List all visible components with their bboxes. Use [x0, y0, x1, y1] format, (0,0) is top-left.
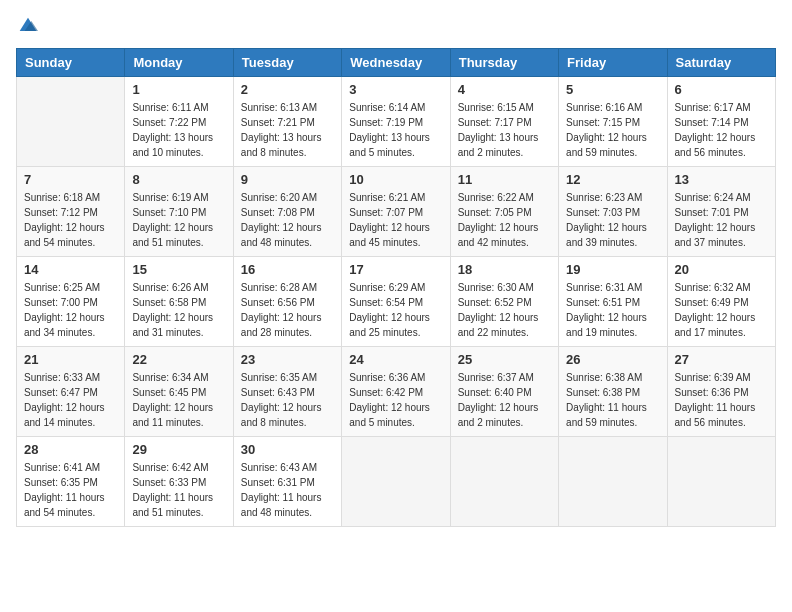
calendar-cell: 22Sunrise: 6:34 AMSunset: 6:45 PMDayligh…	[125, 347, 233, 437]
calendar-cell	[559, 437, 667, 527]
day-number: 16	[241, 262, 334, 277]
logo	[16, 16, 40, 36]
day-info: Sunrise: 6:15 AMSunset: 7:17 PMDaylight:…	[458, 100, 551, 160]
day-number: 22	[132, 352, 225, 367]
day-info: Sunrise: 6:30 AMSunset: 6:52 PMDaylight:…	[458, 280, 551, 340]
day-info: Sunrise: 6:29 AMSunset: 6:54 PMDaylight:…	[349, 280, 442, 340]
calendar-cell: 26Sunrise: 6:38 AMSunset: 6:38 PMDayligh…	[559, 347, 667, 437]
day-info: Sunrise: 6:21 AMSunset: 7:07 PMDaylight:…	[349, 190, 442, 250]
calendar-header-saturday: Saturday	[667, 49, 775, 77]
day-info: Sunrise: 6:34 AMSunset: 6:45 PMDaylight:…	[132, 370, 225, 430]
day-number: 12	[566, 172, 659, 187]
day-number: 20	[675, 262, 768, 277]
day-info: Sunrise: 6:39 AMSunset: 6:36 PMDaylight:…	[675, 370, 768, 430]
day-info: Sunrise: 6:32 AMSunset: 6:49 PMDaylight:…	[675, 280, 768, 340]
day-number: 3	[349, 82, 442, 97]
calendar-week-row: 21Sunrise: 6:33 AMSunset: 6:47 PMDayligh…	[17, 347, 776, 437]
day-number: 30	[241, 442, 334, 457]
calendar-week-row: 14Sunrise: 6:25 AMSunset: 7:00 PMDayligh…	[17, 257, 776, 347]
calendar-header-friday: Friday	[559, 49, 667, 77]
calendar-cell: 18Sunrise: 6:30 AMSunset: 6:52 PMDayligh…	[450, 257, 558, 347]
day-number: 13	[675, 172, 768, 187]
calendar-cell: 8Sunrise: 6:19 AMSunset: 7:10 PMDaylight…	[125, 167, 233, 257]
calendar-header-monday: Monday	[125, 49, 233, 77]
calendar-header-sunday: Sunday	[17, 49, 125, 77]
day-number: 15	[132, 262, 225, 277]
calendar-cell: 11Sunrise: 6:22 AMSunset: 7:05 PMDayligh…	[450, 167, 558, 257]
day-number: 5	[566, 82, 659, 97]
day-number: 18	[458, 262, 551, 277]
calendar-week-row: 7Sunrise: 6:18 AMSunset: 7:12 PMDaylight…	[17, 167, 776, 257]
calendar-cell: 4Sunrise: 6:15 AMSunset: 7:17 PMDaylight…	[450, 77, 558, 167]
day-info: Sunrise: 6:26 AMSunset: 6:58 PMDaylight:…	[132, 280, 225, 340]
day-number: 10	[349, 172, 442, 187]
day-info: Sunrise: 6:42 AMSunset: 6:33 PMDaylight:…	[132, 460, 225, 520]
calendar-cell: 20Sunrise: 6:32 AMSunset: 6:49 PMDayligh…	[667, 257, 775, 347]
day-number: 2	[241, 82, 334, 97]
day-number: 21	[24, 352, 117, 367]
day-info: Sunrise: 6:36 AMSunset: 6:42 PMDaylight:…	[349, 370, 442, 430]
day-number: 4	[458, 82, 551, 97]
day-info: Sunrise: 6:16 AMSunset: 7:15 PMDaylight:…	[566, 100, 659, 160]
calendar-cell: 28Sunrise: 6:41 AMSunset: 6:35 PMDayligh…	[17, 437, 125, 527]
day-info: Sunrise: 6:14 AMSunset: 7:19 PMDaylight:…	[349, 100, 442, 160]
day-number: 17	[349, 262, 442, 277]
day-info: Sunrise: 6:13 AMSunset: 7:21 PMDaylight:…	[241, 100, 334, 160]
calendar-cell: 23Sunrise: 6:35 AMSunset: 6:43 PMDayligh…	[233, 347, 341, 437]
day-number: 7	[24, 172, 117, 187]
calendar-cell: 10Sunrise: 6:21 AMSunset: 7:07 PMDayligh…	[342, 167, 450, 257]
calendar-cell: 25Sunrise: 6:37 AMSunset: 6:40 PMDayligh…	[450, 347, 558, 437]
calendar-cell: 27Sunrise: 6:39 AMSunset: 6:36 PMDayligh…	[667, 347, 775, 437]
calendar-cell: 15Sunrise: 6:26 AMSunset: 6:58 PMDayligh…	[125, 257, 233, 347]
day-number: 25	[458, 352, 551, 367]
calendar-cell: 1Sunrise: 6:11 AMSunset: 7:22 PMDaylight…	[125, 77, 233, 167]
day-number: 19	[566, 262, 659, 277]
calendar-week-row: 28Sunrise: 6:41 AMSunset: 6:35 PMDayligh…	[17, 437, 776, 527]
day-info: Sunrise: 6:19 AMSunset: 7:10 PMDaylight:…	[132, 190, 225, 250]
day-info: Sunrise: 6:38 AMSunset: 6:38 PMDaylight:…	[566, 370, 659, 430]
day-number: 11	[458, 172, 551, 187]
calendar-cell	[450, 437, 558, 527]
calendar-header-row: SundayMondayTuesdayWednesdayThursdayFrid…	[17, 49, 776, 77]
day-info: Sunrise: 6:28 AMSunset: 6:56 PMDaylight:…	[241, 280, 334, 340]
calendar-cell: 30Sunrise: 6:43 AMSunset: 6:31 PMDayligh…	[233, 437, 341, 527]
page-header	[16, 16, 776, 36]
day-number: 23	[241, 352, 334, 367]
calendar-cell: 6Sunrise: 6:17 AMSunset: 7:14 PMDaylight…	[667, 77, 775, 167]
day-number: 26	[566, 352, 659, 367]
day-info: Sunrise: 6:20 AMSunset: 7:08 PMDaylight:…	[241, 190, 334, 250]
day-info: Sunrise: 6:23 AMSunset: 7:03 PMDaylight:…	[566, 190, 659, 250]
day-info: Sunrise: 6:37 AMSunset: 6:40 PMDaylight:…	[458, 370, 551, 430]
calendar-cell: 17Sunrise: 6:29 AMSunset: 6:54 PMDayligh…	[342, 257, 450, 347]
calendar-cell	[342, 437, 450, 527]
day-number: 9	[241, 172, 334, 187]
calendar-cell: 3Sunrise: 6:14 AMSunset: 7:19 PMDaylight…	[342, 77, 450, 167]
day-info: Sunrise: 6:33 AMSunset: 6:47 PMDaylight:…	[24, 370, 117, 430]
logo-icon	[18, 16, 38, 36]
calendar-cell: 5Sunrise: 6:16 AMSunset: 7:15 PMDaylight…	[559, 77, 667, 167]
day-info: Sunrise: 6:18 AMSunset: 7:12 PMDaylight:…	[24, 190, 117, 250]
calendar-cell: 14Sunrise: 6:25 AMSunset: 7:00 PMDayligh…	[17, 257, 125, 347]
calendar-cell: 9Sunrise: 6:20 AMSunset: 7:08 PMDaylight…	[233, 167, 341, 257]
day-number: 14	[24, 262, 117, 277]
calendar-header-wednesday: Wednesday	[342, 49, 450, 77]
calendar-cell	[667, 437, 775, 527]
day-info: Sunrise: 6:31 AMSunset: 6:51 PMDaylight:…	[566, 280, 659, 340]
day-info: Sunrise: 6:35 AMSunset: 6:43 PMDaylight:…	[241, 370, 334, 430]
calendar-header-tuesday: Tuesday	[233, 49, 341, 77]
day-number: 6	[675, 82, 768, 97]
calendar-cell: 19Sunrise: 6:31 AMSunset: 6:51 PMDayligh…	[559, 257, 667, 347]
day-info: Sunrise: 6:43 AMSunset: 6:31 PMDaylight:…	[241, 460, 334, 520]
day-info: Sunrise: 6:25 AMSunset: 7:00 PMDaylight:…	[24, 280, 117, 340]
calendar-cell: 2Sunrise: 6:13 AMSunset: 7:21 PMDaylight…	[233, 77, 341, 167]
day-number: 28	[24, 442, 117, 457]
calendar: SundayMondayTuesdayWednesdayThursdayFrid…	[16, 48, 776, 527]
day-info: Sunrise: 6:41 AMSunset: 6:35 PMDaylight:…	[24, 460, 117, 520]
calendar-cell: 12Sunrise: 6:23 AMSunset: 7:03 PMDayligh…	[559, 167, 667, 257]
calendar-cell: 16Sunrise: 6:28 AMSunset: 6:56 PMDayligh…	[233, 257, 341, 347]
calendar-header-thursday: Thursday	[450, 49, 558, 77]
day-number: 1	[132, 82, 225, 97]
day-number: 8	[132, 172, 225, 187]
calendar-cell	[17, 77, 125, 167]
calendar-cell: 13Sunrise: 6:24 AMSunset: 7:01 PMDayligh…	[667, 167, 775, 257]
